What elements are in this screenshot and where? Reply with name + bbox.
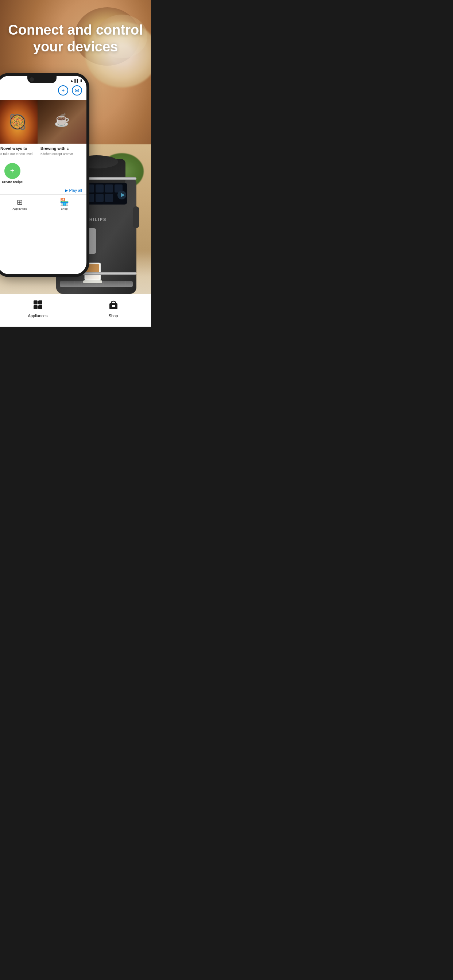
- svg-rect-40: [38, 301, 42, 304]
- create-recipe-label: Create recipe: [2, 180, 22, 184]
- card-left-text: Novel ways to o take our e next level.: [0, 144, 38, 159]
- signal-icon: ▌▌: [74, 79, 79, 83]
- shop-icon: [108, 300, 118, 312]
- card-left-title: Novel ways to: [0, 146, 35, 152]
- phone-bottom-nav: ⊞ Appliances 🏪 Shop: [0, 194, 86, 212]
- phone-nav-shop[interactable]: 🏪 Shop: [42, 197, 86, 210]
- card-right-subtitle: Kitchen except aromat: [38, 152, 86, 158]
- card-right-title: Brewing with c: [38, 144, 86, 152]
- phone-nav-appliances[interactable]: ⊞ Appliances: [0, 197, 42, 210]
- svg-rect-6: [96, 185, 104, 192]
- mail-button[interactable]: ✉: [72, 85, 82, 95]
- appliances-nav-label: Appliances: [28, 313, 48, 318]
- svg-rect-13: [105, 194, 113, 202]
- wifi-icon: ▲: [70, 79, 73, 83]
- article-card-left[interactable]: Novel ways to o take our e next level.: [0, 100, 38, 159]
- bottom-navigation: Appliances Shop: [0, 294, 151, 327]
- phone-mockup: 9:41 ▲ ▌▌ ▮ + ✉ Novel ways to o ta: [0, 73, 89, 277]
- svg-rect-7: [105, 185, 113, 192]
- create-recipe-icon: +: [4, 163, 21, 179]
- phone-header: + ✉: [0, 84, 86, 99]
- phone-actions-row: + Create recipe: [0, 160, 86, 187]
- phone-notch: [27, 76, 57, 83]
- svg-rect-20: [133, 206, 139, 228]
- page-wrapper: Connect and control your devices 9:41 ▲ …: [0, 0, 151, 327]
- phone-camera: [30, 77, 34, 82]
- hero-section: Connect and control your devices: [0, 22, 151, 55]
- battery-icon: ▮: [80, 79, 82, 83]
- play-all-button[interactable]: ▶ Play all: [0, 187, 86, 194]
- svg-rect-36: [83, 280, 102, 283]
- svg-rect-42: [38, 305, 42, 309]
- appliances-icon: [33, 300, 43, 312]
- svg-rect-12: [96, 194, 104, 202]
- article-cards-row: Novel ways to o take our e next level. B…: [0, 99, 86, 160]
- svg-rect-35: [86, 275, 99, 279]
- shop-nav-label: Shop: [109, 313, 118, 318]
- svg-rect-44: [112, 305, 115, 307]
- card-left-subtitle: o take our e next level.: [0, 152, 35, 156]
- appliances-nav-label: Appliances: [13, 207, 27, 210]
- card-left-image: [0, 100, 38, 144]
- svg-rect-41: [33, 305, 38, 309]
- nav-shop[interactable]: Shop: [75, 294, 151, 323]
- create-recipe-button[interactable]: + Create recipe: [2, 163, 22, 184]
- nav-appliances[interactable]: Appliances: [0, 294, 75, 323]
- article-card-right[interactable]: Brewing with c Kitchen except aromat: [38, 100, 86, 159]
- shop-nav-icon: 🏪: [60, 197, 69, 206]
- card-right-image: [38, 100, 86, 144]
- hero-title: Connect and control your devices: [7, 22, 144, 55]
- status-icons: ▲ ▌▌ ▮: [70, 79, 82, 83]
- svg-rect-39: [33, 301, 38, 304]
- appliances-nav-icon: ⊞: [17, 197, 23, 206]
- shop-nav-label: Shop: [61, 207, 68, 210]
- add-button[interactable]: +: [58, 85, 68, 95]
